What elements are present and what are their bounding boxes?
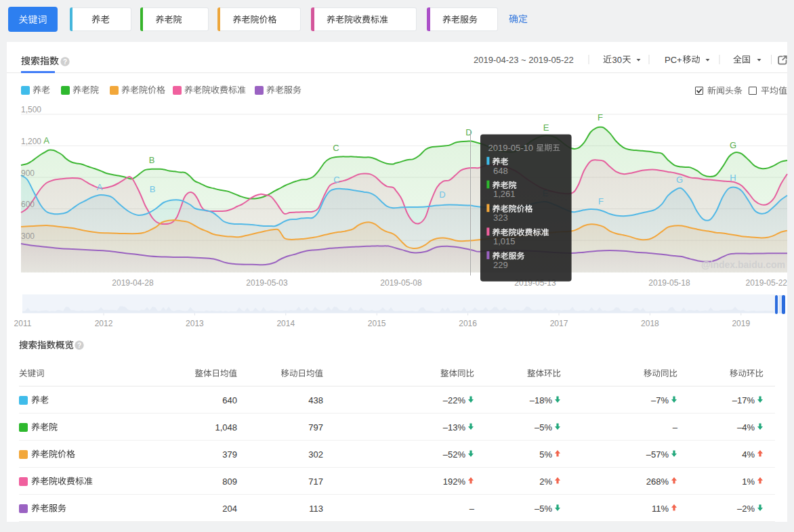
svg-text:648: 648	[493, 166, 508, 176]
svg-text:2014: 2014	[276, 319, 295, 328]
svg-text:797: 797	[308, 422, 323, 433]
svg-text:229: 229	[493, 260, 508, 270]
svg-text:2012: 2012	[95, 319, 113, 328]
svg-text:640: 640	[222, 395, 237, 405]
svg-text:11%: 11%	[652, 504, 669, 514]
svg-text:323: 323	[493, 213, 508, 223]
svg-text:–17%: –17%	[732, 395, 755, 405]
svg-text:–: –	[469, 504, 475, 514]
svg-text:–18%: –18%	[530, 395, 553, 405]
svg-text:–7%: –7%	[651, 395, 669, 405]
svg-text:4%: 4%	[742, 449, 755, 460]
svg-text:?: ?	[77, 342, 81, 349]
svg-text:PC+: PC+	[665, 55, 682, 65]
svg-text:–5%: –5%	[535, 504, 552, 514]
svg-text:1%: 1%	[742, 476, 755, 487]
svg-text:–13%: –13%	[443, 422, 466, 433]
svg-text:5%: 5%	[539, 449, 552, 460]
svg-text:?: ?	[63, 58, 67, 66]
svg-text:–52%: –52%	[443, 449, 466, 460]
svg-text:2018: 2018	[641, 319, 659, 328]
svg-text:1,048: 1,048	[215, 422, 237, 433]
svg-text:–57%: –57%	[646, 449, 669, 460]
svg-text:–22%: –22%	[443, 395, 466, 405]
svg-text:2017: 2017	[550, 319, 568, 328]
svg-text:113: 113	[309, 504, 323, 514]
svg-text:1,015: 1,015	[493, 236, 516, 246]
svg-text:268%: 268%	[646, 476, 669, 487]
svg-text:2%: 2%	[539, 476, 552, 487]
svg-text:2019: 2019	[732, 319, 750, 328]
svg-text:–2%: –2%	[737, 504, 755, 514]
svg-text:2015: 2015	[368, 319, 386, 328]
svg-text:2016: 2016	[459, 319, 477, 328]
svg-text:–5%: –5%	[535, 422, 552, 433]
svg-text:30: 30	[612, 55, 622, 65]
svg-text:809: 809	[222, 476, 237, 487]
svg-text:–: –	[673, 422, 678, 433]
svg-text:204: 204	[222, 504, 237, 514]
svg-text:2011: 2011	[14, 319, 32, 328]
svg-text:2019-05-10: 2019-05-10	[488, 143, 534, 153]
svg-text:192%: 192%	[443, 476, 466, 487]
svg-text:2019-04-23 ~ 2019-05-22: 2019-04-23 ~ 2019-05-22	[474, 55, 574, 65]
svg-text:438: 438	[308, 395, 323, 405]
svg-text:–4%: –4%	[737, 422, 755, 433]
svg-text:302: 302	[308, 449, 323, 460]
svg-text:379: 379	[222, 449, 237, 460]
svg-text:2013: 2013	[186, 319, 204, 328]
svg-text:1,261: 1,261	[493, 189, 516, 199]
svg-text:717: 717	[308, 476, 323, 487]
